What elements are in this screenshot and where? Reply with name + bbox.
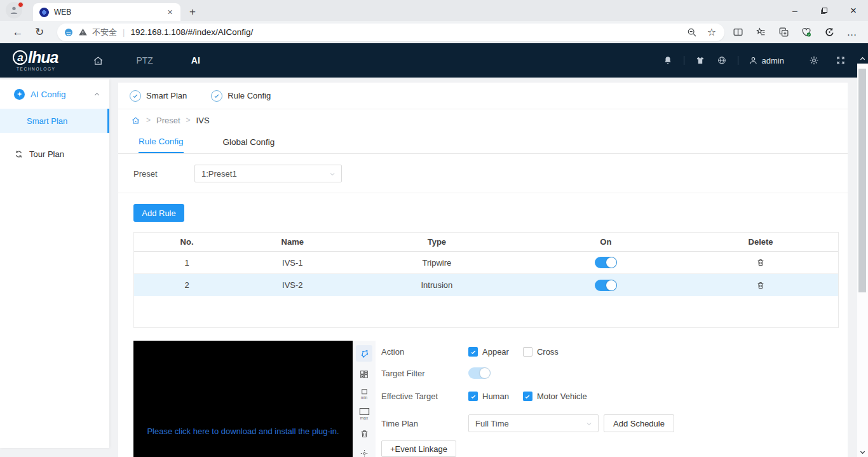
video-preview: Please click here to download and instal… bbox=[133, 341, 353, 457]
scrollbar-thumb[interactable] bbox=[858, 69, 866, 292]
cell-name: IVS-1 bbox=[240, 258, 345, 268]
rule-on-toggle[interactable] bbox=[595, 280, 617, 291]
draw-rule-tool[interactable] bbox=[356, 345, 372, 362]
cell-no: 2 bbox=[134, 280, 240, 290]
browser-menu-icon[interactable]: … bbox=[843, 24, 862, 41]
zoom-out-icon[interactable] bbox=[684, 25, 700, 40]
browser-address-bar: ← ↻ 不安全 | 192.168.1.108/#/index/AIConfig… bbox=[0, 21, 868, 43]
url-text[interactable]: 192.168.1.108/#/index/AIConfig/ bbox=[130, 27, 680, 37]
tab-rule-config[interactable]: Rule Config bbox=[139, 131, 184, 153]
app-header: a lhua TECHNOLOGY PTZ AI admin bbox=[0, 43, 868, 78]
target-filter-toggle[interactable] bbox=[468, 367, 491, 379]
scrollbar-track[interactable] bbox=[857, 64, 868, 447]
cell-no: 1 bbox=[134, 258, 240, 268]
target-filter-label: Target Filter bbox=[381, 369, 468, 378]
cell-type: Intrusion bbox=[345, 280, 528, 290]
logo-subtext: TECHNOLOGY bbox=[17, 67, 58, 72]
new-tab-button[interactable]: + bbox=[186, 5, 200, 19]
time-plan-value: Full Time bbox=[475, 419, 509, 428]
rule-on-toggle[interactable] bbox=[595, 257, 617, 268]
page-scrollbar bbox=[857, 53, 868, 457]
max-size-tool[interactable]: max bbox=[356, 407, 372, 421]
back-icon[interactable]: ← bbox=[9, 24, 27, 41]
breadcrumb-home-icon[interactable] bbox=[131, 116, 140, 125]
crosshair-tool[interactable] bbox=[356, 446, 372, 457]
preset-select[interactable]: 1:Preset1 bbox=[194, 165, 342, 182]
wizard-steps: Smart Plan Rule Config bbox=[118, 83, 848, 109]
split-screen-icon[interactable] bbox=[728, 24, 747, 41]
url-field[interactable]: 不安全 | 192.168.1.108/#/index/AIConfig/ ☆ bbox=[57, 24, 724, 41]
cross-option[interactable]: Cross bbox=[523, 347, 559, 357]
motor-vehicle-checkbox[interactable] bbox=[523, 392, 532, 401]
settings-gear-icon[interactable] bbox=[808, 55, 820, 66]
appear-option[interactable]: Appear bbox=[468, 347, 509, 357]
step-label: Smart Plan bbox=[146, 91, 187, 100]
scrollbar-up-icon[interactable] bbox=[857, 53, 868, 64]
event-linkage-button[interactable]: +Event Linkage bbox=[381, 440, 456, 457]
motor-vehicle-option[interactable]: Motor Vehicle bbox=[523, 392, 587, 401]
user-menu[interactable]: admin bbox=[749, 56, 784, 65]
not-secure-warning-icon bbox=[78, 27, 88, 37]
add-schedule-button[interactable]: Add Schedule bbox=[604, 414, 674, 432]
appear-checkbox[interactable] bbox=[468, 347, 478, 357]
logo-text: lhua bbox=[28, 50, 58, 65]
human-checkbox[interactable] bbox=[468, 392, 478, 401]
min-size-tool[interactable]: min bbox=[356, 387, 372, 401]
favorite-star-icon[interactable]: ☆ bbox=[704, 25, 719, 40]
username-label: admin bbox=[762, 56, 784, 65]
sidebar: AI Config Smart Plan Tour Plan bbox=[0, 79, 109, 448]
fullscreen-icon[interactable] bbox=[835, 55, 846, 66]
nav-item-ai[interactable]: AI bbox=[182, 55, 210, 65]
collections-icon[interactable] bbox=[774, 24, 793, 41]
nav-item-ptz[interactable]: PTZ bbox=[126, 55, 162, 65]
browser-essentials-icon[interactable] bbox=[797, 24, 816, 41]
collapse-caret-icon[interactable] bbox=[93, 91, 100, 98]
window-close-button[interactable]: × bbox=[839, 0, 868, 21]
action-row: Action Appear Cross bbox=[381, 347, 845, 357]
delete-draw-tool[interactable] bbox=[356, 426, 372, 440]
plugin-download-link[interactable]: Please click here to download and instal… bbox=[133, 426, 353, 436]
event-linkage-row: +Event Linkage bbox=[381, 440, 845, 457]
notification-bell-icon[interactable] bbox=[662, 55, 674, 66]
col-delete: Delete bbox=[683, 237, 838, 247]
exclude-region-tool[interactable] bbox=[356, 367, 372, 381]
breadcrumb-preset[interactable]: Preset bbox=[156, 116, 180, 125]
sidebar-item-tour-plan[interactable]: Tour Plan bbox=[0, 142, 109, 166]
tab-global-config[interactable]: Global Config bbox=[223, 131, 275, 153]
table-row[interactable]: 1 IVS-1 Tripwire bbox=[134, 252, 838, 274]
window-controls: – × bbox=[780, 0, 868, 21]
delete-rule-icon[interactable] bbox=[683, 281, 838, 290]
scrollbar-down-icon[interactable] bbox=[857, 447, 868, 457]
window-restore-button[interactable] bbox=[810, 0, 839, 21]
home-nav-icon[interactable] bbox=[88, 51, 107, 70]
window-minimize-button[interactable]: – bbox=[780, 0, 810, 21]
col-type: Type bbox=[345, 237, 528, 247]
sidebar-group-ai-config[interactable]: AI Config bbox=[0, 79, 109, 109]
tab-close-icon[interactable]: × bbox=[165, 7, 175, 18]
browser-tab[interactable]: WEB × bbox=[33, 3, 180, 21]
skin-theme-icon[interactable] bbox=[695, 55, 706, 66]
sidebar-item-smart-plan[interactable]: Smart Plan bbox=[0, 109, 109, 133]
time-plan-select[interactable]: Full Time bbox=[468, 414, 599, 432]
not-secure-label[interactable]: 不安全 bbox=[92, 27, 117, 38]
url-separator: | bbox=[121, 27, 126, 37]
add-rule-button[interactable]: Add Rule bbox=[133, 204, 184, 222]
time-plan-row: Time Plan Full Time Add Schedule bbox=[381, 414, 845, 432]
appear-label: Appear bbox=[482, 347, 509, 357]
browser-profile-button[interactable] bbox=[6, 2, 25, 20]
language-globe-icon[interactable] bbox=[716, 55, 728, 66]
human-option[interactable]: Human bbox=[468, 392, 509, 401]
cross-checkbox[interactable] bbox=[523, 347, 532, 357]
table-empty-area bbox=[134, 296, 838, 327]
max-label: max bbox=[360, 416, 368, 421]
col-on: On bbox=[528, 237, 683, 247]
browser-tab-strip: WEB × + – × bbox=[0, 0, 868, 21]
refresh-icon[interactable]: ↻ bbox=[31, 24, 48, 41]
table-row-selected[interactable]: 2 IVS-2 Intrusion bbox=[134, 274, 838, 296]
delete-rule-icon[interactable] bbox=[683, 258, 838, 267]
favorites-bar-icon[interactable] bbox=[751, 24, 770, 41]
draw-toolbar: min max bbox=[353, 341, 376, 457]
ie-mode-icon[interactable] bbox=[820, 24, 839, 41]
col-no: No. bbox=[134, 237, 240, 247]
header-separator bbox=[684, 56, 684, 65]
